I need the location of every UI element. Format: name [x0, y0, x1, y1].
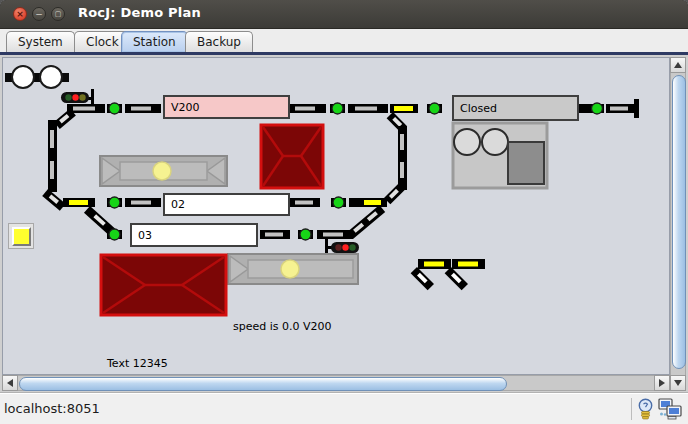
block-v200[interactable]: V200	[163, 95, 290, 119]
platform-lamp-icon	[281, 260, 299, 278]
tank-icon	[482, 129, 508, 155]
turnout-row2-right[interactable]	[361, 198, 387, 207]
scroll-down-button[interactable]	[670, 375, 686, 391]
platform-upper	[100, 156, 227, 186]
down-arrow-icon	[674, 380, 682, 386]
scroll-left-button[interactable]	[2, 375, 18, 391]
status-bar: localhost:8051	[0, 392, 688, 424]
window-title: RocJ: Demo Plan	[78, 5, 201, 20]
sensor-row1-d[interactable]	[590, 103, 604, 114]
close-button[interactable]: ×	[13, 7, 27, 21]
sensor-row3-b[interactable]	[298, 229, 313, 240]
vertical-scroll-thumb[interactable]	[672, 75, 686, 369]
power-lamp-icon[interactable]	[637, 398, 654, 420]
tab-system[interactable]: System	[6, 31, 75, 52]
yellow-output-button[interactable]	[8, 223, 34, 249]
engine-shed-upper	[261, 125, 323, 188]
horizontal-scroll-thumb[interactable]	[19, 377, 507, 391]
content-pane: V200 Closed 02 03 speed is 0.0 V200 Text…	[0, 55, 688, 392]
decoupler-left[interactable]	[411, 259, 451, 290]
network-computers-icon[interactable]	[658, 398, 682, 420]
status-host-text: localhost:8051	[0, 401, 631, 416]
sensor-row1-c[interactable]	[427, 103, 442, 114]
tab-backup[interactable]: Backup	[185, 31, 253, 52]
platform-lamp-icon	[153, 162, 171, 180]
buffer-stop-icon	[634, 99, 639, 118]
block-closed[interactable]: Closed	[452, 95, 579, 121]
left-arrow-icon	[7, 379, 13, 387]
sensor-row3-a[interactable]	[107, 229, 122, 240]
note-text: Text 12345	[107, 357, 168, 370]
vertical-scrollbar[interactable]	[670, 57, 686, 391]
yellow-output-lamp	[12, 227, 31, 246]
tank-icon	[454, 129, 480, 155]
tab-station[interactable]: Station	[121, 31, 188, 52]
track-left-loop	[42, 109, 76, 211]
block-02[interactable]: 02	[163, 193, 290, 216]
maximize-button[interactable]: ▢	[51, 7, 65, 21]
scroll-up-button[interactable]	[670, 57, 686, 73]
platform-lower	[228, 254, 358, 284]
sensor-row2-a[interactable]	[107, 197, 122, 208]
white-circle-sensors[interactable]	[5, 66, 69, 88]
right-arrow-icon	[659, 379, 665, 387]
app-window: × − ▢ RocJ: Demo Plan System Clock Stati…	[0, 0, 688, 424]
track-plan-canvas: V200 Closed 02 03 speed is 0.0 V200 Text…	[2, 57, 670, 375]
speed-text: speed is 0.0 V200	[233, 320, 332, 333]
scroll-right-button[interactable]	[654, 375, 670, 391]
minimize-button[interactable]: −	[32, 7, 46, 21]
fuel-station-building	[453, 123, 547, 188]
titlebar: × − ▢ RocJ: Demo Plan	[0, 0, 688, 29]
sensor-row1-b[interactable]	[330, 103, 345, 114]
block-03[interactable]: 03	[130, 223, 258, 247]
up-arrow-icon	[674, 62, 682, 68]
status-separator	[631, 398, 632, 420]
sensor-row2-b[interactable]	[331, 197, 346, 208]
sensor-row1-a[interactable]	[107, 103, 122, 114]
horizontal-scrollbar[interactable]	[2, 375, 670, 391]
engine-shed-lower	[101, 255, 226, 315]
track-right-loop	[384, 126, 407, 204]
tab-strip: System Clock Station Backup	[0, 29, 688, 55]
